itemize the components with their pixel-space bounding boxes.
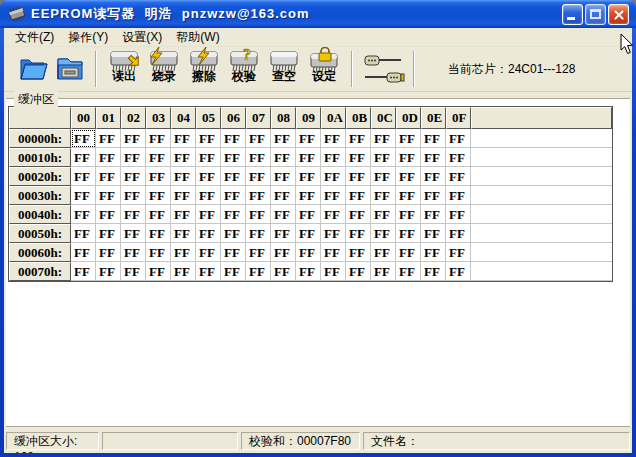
hex-cell[interactable]: FF [271,129,296,148]
hex-cell[interactable]: FF [371,243,396,262]
hex-cell[interactable]: FF [321,148,346,167]
hex-cell[interactable]: FF [221,148,246,167]
hex-cell[interactable]: FF [271,167,296,186]
hex-cell[interactable]: FF [296,186,321,205]
hex-cell[interactable]: FF [396,186,421,205]
hex-cell[interactable]: FF [421,243,446,262]
hex-cell[interactable]: FF [446,243,471,262]
hex-cell[interactable]: FF [246,205,271,224]
hex-cell[interactable]: FF [296,129,321,148]
hex-cell[interactable]: FF [246,129,271,148]
hex-cell[interactable]: FF [346,243,371,262]
hex-cell[interactable]: FF [96,205,121,224]
hex-cell[interactable]: FF [296,167,321,186]
hex-cell[interactable]: FF [146,243,171,262]
hex-cell[interactable]: FF [346,148,371,167]
hex-cell[interactable]: FF [421,262,446,281]
hex-cell[interactable]: FF [146,224,171,243]
hex-cell[interactable]: FF [296,148,321,167]
hex-cell[interactable]: FF [296,205,321,224]
hex-cell[interactable]: FF [246,262,271,281]
port-connect-button[interactable] [360,48,406,90]
hex-cell[interactable]: FF [346,205,371,224]
hex-cell[interactable]: FF [271,205,296,224]
menu-settings[interactable]: 设置(X) [115,28,169,47]
hex-cell[interactable]: FF [346,224,371,243]
hex-cell[interactable]: FF [271,243,296,262]
hex-cell[interactable]: FF [296,243,321,262]
hex-cell[interactable]: FF [321,205,346,224]
hex-cell[interactable]: FF [96,243,121,262]
hex-cell[interactable]: FF [71,129,96,148]
hex-cell[interactable]: FF [396,262,421,281]
hex-cell[interactable]: FF [96,186,121,205]
hex-cell[interactable]: FF [121,205,146,224]
hex-cell[interactable]: FF [396,224,421,243]
hex-cell[interactable]: FF [371,167,396,186]
hex-cell[interactable]: FF [96,262,121,281]
hex-cell[interactable]: FF [271,224,296,243]
blank-check-button[interactable]: 查空 [264,47,304,91]
hex-cell[interactable]: FF [221,129,246,148]
hex-cell[interactable]: FF [346,167,371,186]
hex-cell[interactable]: FF [221,243,246,262]
hex-cell[interactable]: FF [396,205,421,224]
hex-cell[interactable]: FF [171,243,196,262]
hex-cell[interactable]: FF [446,205,471,224]
hex-cell[interactable]: FF [321,186,346,205]
hex-editor-grid[interactable]: 000102030405060708090A0B0C0D0E0F00000h:F… [8,106,613,282]
hex-cell[interactable]: FF [396,243,421,262]
hex-cell[interactable]: FF [96,167,121,186]
hex-cell[interactable]: FF [421,186,446,205]
titlebar[interactable]: EEPROM读写器 明浩 pnzwzw@163.com [0,0,636,28]
hex-cell[interactable]: FF [121,262,146,281]
hex-cell[interactable]: FF [196,224,221,243]
hex-cell[interactable]: FF [121,129,146,148]
hex-cell[interactable]: FF [371,205,396,224]
read-button[interactable]: 读出 [104,47,144,91]
hex-cell[interactable]: FF [421,224,446,243]
open-file-button[interactable] [16,48,52,90]
hex-cell[interactable]: FF [196,262,221,281]
hex-cell[interactable]: FF [71,224,96,243]
hex-cell[interactable]: FF [146,262,171,281]
hex-cell[interactable]: FF [171,186,196,205]
hex-cell[interactable]: FF [196,205,221,224]
hex-cell[interactable]: FF [171,262,196,281]
hex-cell[interactable]: FF [296,224,321,243]
hex-cell[interactable]: FF [396,167,421,186]
hex-cell[interactable]: FF [371,129,396,148]
hex-cell[interactable]: FF [421,148,446,167]
hex-cell[interactable]: FF [71,262,96,281]
hex-cell[interactable]: FF [196,186,221,205]
hex-cell[interactable]: FF [121,167,146,186]
menu-file[interactable]: 文件(Z) [8,28,61,47]
hex-cell[interactable]: FF [246,243,271,262]
hex-cell[interactable]: FF [421,167,446,186]
hex-cell[interactable]: FF [321,167,346,186]
hex-cell[interactable]: FF [121,243,146,262]
hex-cell[interactable]: FF [71,186,96,205]
hex-cell[interactable]: FF [371,148,396,167]
hex-cell[interactable]: FF [171,167,196,186]
hex-cell[interactable]: FF [171,224,196,243]
hex-cell[interactable]: FF [446,148,471,167]
maximize-button[interactable] [585,4,606,25]
save-file-button[interactable] [52,48,88,90]
hex-cell[interactable]: FF [321,129,346,148]
hex-cell[interactable]: FF [121,224,146,243]
menu-help[interactable]: 帮助(W) [169,28,226,47]
hex-cell[interactable]: FF [196,129,221,148]
hex-cell[interactable]: FF [246,167,271,186]
hex-cell[interactable]: FF [446,167,471,186]
hex-cell[interactable]: FF [246,224,271,243]
hex-cell[interactable]: FF [146,129,171,148]
hex-cell[interactable]: FF [71,243,96,262]
hex-cell[interactable]: FF [346,262,371,281]
hex-cell[interactable]: FF [71,167,96,186]
hex-cell[interactable]: FF [271,262,296,281]
menu-operation[interactable]: 操作(Y) [61,28,115,47]
hex-cell[interactable]: FF [446,129,471,148]
hex-cell[interactable]: FF [446,224,471,243]
hex-cell[interactable]: FF [196,167,221,186]
